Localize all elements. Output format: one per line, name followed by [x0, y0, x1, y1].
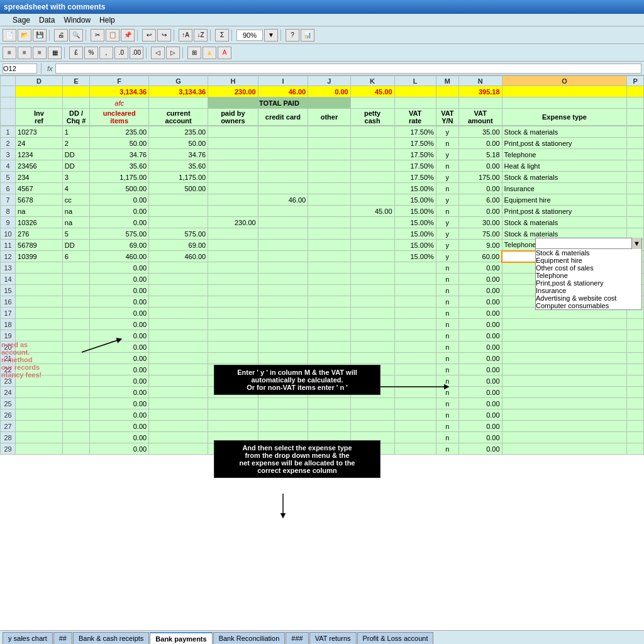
cell-f-18[interactable]: 0.00: [90, 319, 149, 330]
cell-h-14[interactable]: [208, 274, 258, 285]
cell-d-24[interactable]: [16, 387, 63, 398]
sheet-tab-bank-reconciliation[interactable]: Bank Reconciliation: [213, 632, 286, 644]
cell-k-14[interactable]: [350, 274, 394, 285]
cell-k-13[interactable]: [350, 262, 394, 274]
cell-i-1[interactable]: [258, 126, 308, 138]
cell-e-4[interactable]: DD: [62, 160, 89, 172]
cell-m-5[interactable]: y: [436, 172, 458, 183]
cell-h-25[interactable]: [208, 398, 258, 409]
cell-l-16[interactable]: [394, 296, 436, 308]
cell-d-28[interactable]: [16, 432, 63, 443]
cell-f-4[interactable]: 35.60: [90, 160, 149, 172]
cell-j-20[interactable]: [308, 341, 350, 353]
cell-j-27[interactable]: [308, 421, 350, 432]
cell-e-12[interactable]: 6: [62, 251, 89, 262]
cell-n-27[interactable]: 0.00: [458, 421, 502, 432]
cell-h-1[interactable]: [208, 126, 258, 138]
cell-o-28[interactable]: [502, 432, 627, 443]
cell-i-26[interactable]: [258, 409, 308, 421]
align-right[interactable]: ≡: [33, 47, 47, 59]
cell-l-9[interactable]: 15.00%: [394, 217, 436, 228]
cell-i-17[interactable]: [258, 308, 308, 319]
print-button[interactable]: 🖨: [54, 29, 68, 42]
cell-l-18[interactable]: [394, 319, 436, 330]
cell-n-25[interactable]: 0.00: [458, 398, 502, 409]
cell-g-17[interactable]: [149, 308, 208, 319]
cell-i-18[interactable]: [258, 319, 308, 330]
cell-e-17[interactable]: [62, 308, 89, 319]
cell-f-29[interactable]: 0.00: [90, 443, 149, 455]
formula-input[interactable]: [55, 64, 641, 74]
comma-btn[interactable]: ,: [99, 47, 113, 59]
cell-m-3[interactable]: y: [436, 149, 458, 160]
fill-color[interactable]: ▲: [203, 47, 216, 59]
cell-l-23[interactable]: [394, 375, 436, 387]
cell-k-21[interactable]: [350, 353, 394, 364]
cell-m-15[interactable]: n: [436, 285, 458, 296]
cell-n-12[interactable]: 60.00: [458, 251, 502, 262]
cell-k-12[interactable]: [350, 251, 394, 262]
cell-k-7[interactable]: [350, 194, 394, 206]
cell-g-20[interactable]: [149, 341, 208, 353]
cell-d-5[interactable]: 234: [16, 172, 63, 183]
cell-m-11[interactable]: y: [436, 240, 458, 251]
cell-j-11[interactable]: [308, 240, 350, 251]
cell-o-3[interactable]: Telephone: [502, 149, 627, 160]
cell-l-29[interactable]: [394, 443, 436, 455]
cell-l-6[interactable]: 15.00%: [394, 183, 436, 194]
cell-i-8[interactable]: [258, 206, 308, 217]
cell-f-8[interactable]: 0.00: [90, 206, 149, 217]
cell-f-16[interactable]: 0.00: [90, 296, 149, 308]
cell-e-9[interactable]: na: [62, 217, 89, 228]
zoom-input[interactable]: 90%: [236, 30, 263, 41]
cell-l-11[interactable]: 15.00%: [394, 240, 436, 251]
align-left[interactable]: ≡: [3, 47, 16, 59]
cell-h-15[interactable]: [208, 285, 258, 296]
cell-k-16[interactable]: [350, 296, 394, 308]
cell-k-10[interactable]: [350, 228, 394, 240]
cell-o-24[interactable]: [502, 387, 627, 398]
sheet-tab-profit-&-loss-account[interactable]: Profit & Loss account: [357, 632, 434, 644]
cell-e-16[interactable]: [62, 296, 89, 308]
cell-k-27[interactable]: [350, 421, 394, 432]
col-k[interactable]: K: [350, 76, 394, 86]
cell-i-12[interactable]: [258, 251, 308, 262]
cell-i-4[interactable]: [258, 160, 308, 172]
cell-g-6[interactable]: 500.00: [149, 183, 208, 194]
cell-j-2[interactable]: [308, 138, 350, 149]
cell-f-13[interactable]: 0.00: [90, 262, 149, 274]
cell-i-2[interactable]: [258, 138, 308, 149]
cell-o-18[interactable]: [502, 319, 627, 330]
sort-asc-button[interactable]: ↑A: [179, 29, 192, 42]
cell-m-9[interactable]: y: [436, 217, 458, 228]
cell-h-26[interactable]: [208, 409, 258, 421]
cell-k-4[interactable]: [350, 160, 394, 172]
cell-f-27[interactable]: 0.00: [90, 421, 149, 432]
cell-m-17[interactable]: n: [436, 308, 458, 319]
cell-j-18[interactable]: [308, 319, 350, 330]
cell-n-11[interactable]: 9.00: [458, 240, 502, 251]
dropdown-item[interactable]: Insurance: [536, 287, 641, 294]
merge-cells[interactable]: ▦: [48, 47, 62, 59]
cell-f-21[interactable]: 0.00: [90, 353, 149, 364]
preview-button[interactable]: 🔍: [69, 29, 83, 42]
cell-f-3[interactable]: 34.76: [90, 149, 149, 160]
col-o[interactable]: O: [502, 76, 627, 86]
cell-g-14[interactable]: [149, 274, 208, 285]
cell-n-15[interactable]: 0.00: [458, 285, 502, 296]
cell-i-27[interactable]: [258, 421, 308, 432]
cell-j-1[interactable]: [308, 126, 350, 138]
cell-l-7[interactable]: 15.00%: [394, 194, 436, 206]
cell-m-6[interactable]: n: [436, 183, 458, 194]
border-btn[interactable]: ⊞: [187, 47, 201, 59]
cell-d-11[interactable]: 56789: [16, 240, 63, 251]
cell-n-16[interactable]: 0.00: [458, 296, 502, 308]
cell-m-12[interactable]: y: [436, 251, 458, 262]
currency-btn[interactable]: £: [69, 47, 83, 59]
cell-d-25[interactable]: [16, 398, 63, 409]
cell-l-27[interactable]: [394, 421, 436, 432]
cell-n-22[interactable]: 0.00: [458, 364, 502, 375]
cell-l-12[interactable]: 15.00%: [394, 251, 436, 262]
cell-j-21[interactable]: [308, 353, 350, 364]
cell-h-8[interactable]: [208, 206, 258, 217]
